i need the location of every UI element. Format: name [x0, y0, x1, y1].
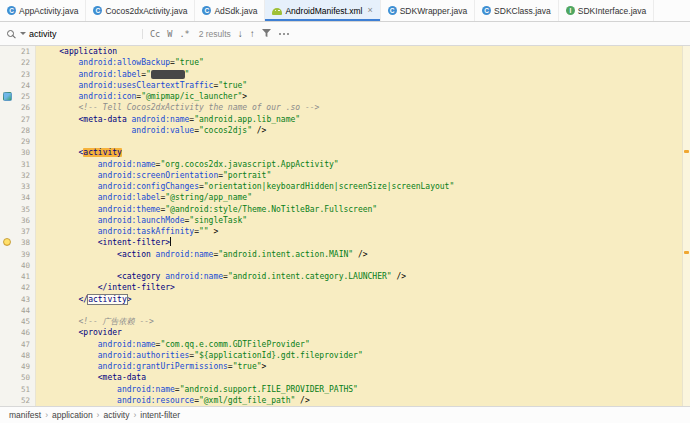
code-line-25[interactable]: 25 android:icon="@mipmap/ic_launcher">: [0, 91, 682, 102]
line-number: 21: [21, 46, 30, 57]
code-line-49[interactable]: 49 android:grantUriPermissions="true">: [0, 361, 682, 372]
tab-sdkinterface-java[interactable]: SDKInterface.java: [559, 0, 655, 21]
code-token: [40, 227, 98, 236]
code-token: />: [392, 272, 406, 281]
tab-sdkclass-java[interactable]: SDKClass.java: [475, 0, 559, 21]
code-line-45[interactable]: 45 <!-- 广告依赖 -->: [0, 316, 682, 327]
error-stripe[interactable]: [682, 46, 690, 406]
gutter: 37: [0, 226, 36, 237]
code-line-48[interactable]: 48 android:authorities="${applicationId}…: [0, 350, 682, 361]
gutter: 30: [0, 147, 36, 158]
code-line-31[interactable]: 31 android:name="org.cocos2dx.javascript…: [0, 159, 682, 170]
code-line-24[interactable]: 24 android:usesCleartextTraffic="true": [0, 80, 682, 91]
code-token: android:name: [156, 250, 214, 259]
code-token: "true": [218, 81, 247, 90]
tab-cocos2dxactivity-java[interactable]: Cocos2dxActivity.java: [86, 0, 195, 21]
breadcrumb: manifest›application›activity›intent-fil…: [0, 406, 690, 423]
gutter: 45: [0, 316, 36, 327]
gutter: 27: [0, 114, 36, 125]
tab-androidmanifest-xml[interactable]: AndroidManifest.xml×: [265, 0, 380, 21]
code-line-29[interactable]: 29: [0, 136, 682, 147]
words-toggle[interactable]: W: [167, 29, 172, 39]
search-input[interactable]: activity: [29, 29, 134, 39]
next-match-button[interactable]: ↓: [238, 29, 243, 39]
code-token: [40, 283, 98, 292]
more-options-icon[interactable]: [278, 33, 290, 35]
code-line-33[interactable]: 33 android:configChanges="orientation|ke…: [0, 181, 682, 192]
code-line-40[interactable]: 40: [0, 260, 682, 271]
code-line-32[interactable]: 32 android:screenOrientation="portrait": [0, 170, 682, 181]
tab-sdkwrapper-java[interactable]: SDKWrapper.java: [381, 0, 475, 21]
code-line-47[interactable]: 47 android:name="com.qq.e.comm.GDTFilePr…: [0, 339, 682, 350]
code-text: [36, 305, 40, 316]
code-text: android:grantUriPermissions="true">: [36, 361, 266, 372]
results-count: 2 results: [199, 29, 231, 39]
breadcrumb-item-application[interactable]: application: [52, 410, 93, 420]
regex-toggle[interactable]: .*: [179, 29, 189, 39]
code-text: android:screenOrientation="portrait": [36, 170, 271, 181]
line-number: 31: [21, 159, 30, 170]
code-line-52[interactable]: 52 android:resource="@xml/gdt_file_path"…: [0, 395, 682, 406]
code-line-51[interactable]: 51 android:name="android.support.FILE_PR…: [0, 384, 682, 395]
code-line-35[interactable]: 35 android:theme="@android:style/Theme.N…: [0, 204, 682, 215]
code-token: android:name: [132, 115, 190, 124]
line-number: 46: [21, 327, 30, 338]
code-line-43[interactable]: 43 </activity>: [0, 294, 682, 305]
text-caret: [170, 237, 171, 246]
breadcrumb-item-intent-filter[interactable]: intent-filter: [140, 410, 180, 420]
code-line-28[interactable]: 28 android:value="cocos2djs" />: [0, 125, 682, 136]
java-interface-icon: [566, 6, 575, 15]
gutter: 21: [0, 46, 36, 57]
code-token: "cocos2djs": [199, 126, 252, 135]
code-line-38[interactable]: 38 <intent-filter>: [0, 237, 682, 248]
code-token: >: [262, 362, 267, 371]
code-line-34[interactable]: 34 android:label="@string/app_name": [0, 192, 682, 203]
match-case-toggle[interactable]: Cc: [150, 29, 160, 39]
code-token: android:usesCleartextTraffic: [79, 81, 214, 90]
code-line-41[interactable]: 41 <category android:name="android.inten…: [0, 271, 682, 282]
tab-appactivity-java[interactable]: AppActivity.java: [0, 0, 86, 21]
code-line-37[interactable]: 37 android:taskAffinity="" >: [0, 226, 682, 237]
breadcrumb-item-activity[interactable]: activity: [103, 410, 129, 420]
prev-match-button[interactable]: ↑: [250, 29, 255, 39]
gutter: 47: [0, 339, 36, 350]
code-token: [40, 148, 79, 157]
code-line-46[interactable]: 46 <provider: [0, 327, 682, 338]
code-token: android:name: [98, 160, 156, 169]
search-result-mark[interactable]: [684, 251, 689, 254]
code-text: [36, 136, 40, 147]
code-token: android:launchMode: [98, 216, 185, 225]
code-line-30[interactable]: 30 <activity: [0, 147, 682, 158]
code-line-27[interactable]: 27 <meta-data android:name="android.app.…: [0, 114, 682, 125]
breadcrumb-item-manifest[interactable]: manifest: [9, 410, 41, 420]
editor[interactable]: 21 <application22 android:allowBackup="t…: [0, 46, 690, 406]
line-number: 36: [21, 215, 30, 226]
tab-label: SDKWrapper.java: [400, 6, 467, 16]
code-line-22[interactable]: 22 android:allowBackup="true": [0, 57, 682, 68]
search-field[interactable]: activity: [7, 29, 143, 39]
tab-adsdk-java[interactable]: AdSdk.java: [195, 0, 265, 21]
search-icon[interactable]: [7, 29, 17, 39]
code-token: [40, 272, 117, 281]
code-line-21[interactable]: 21 <application: [0, 46, 682, 57]
search-history-chevron-icon[interactable]: [20, 32, 26, 35]
bulb-icon[interactable]: [3, 238, 11, 246]
code-line-50[interactable]: 50 <meta-data: [0, 372, 682, 383]
line-number: 40: [21, 260, 30, 271]
search-result-mark[interactable]: [684, 150, 689, 153]
filter-icon[interactable]: [262, 29, 271, 38]
code-line-36[interactable]: 36 android:launchMode="singleTask": [0, 215, 682, 226]
code-line-26[interactable]: 26 <!-- Tell Cocos2dxActivity the name o…: [0, 102, 682, 113]
breadcrumb-separator: ›: [97, 410, 100, 420]
code-line-23[interactable]: 23 android:label=" ": [0, 69, 682, 80]
code-token: "@mipmap/ic_launcher": [141, 92, 242, 101]
line-number: 30: [21, 147, 30, 158]
code-token: [40, 238, 98, 247]
close-tab-icon[interactable]: ×: [367, 6, 372, 15]
code-line-42[interactable]: 42 </intent-filter>: [0, 282, 682, 293]
code-token: "@string/app_name": [165, 193, 252, 202]
code-text: android:value="cocos2djs" />: [36, 125, 266, 136]
code-line-39[interactable]: 39 <action android:name="android.intent.…: [0, 249, 682, 260]
code-token: android:value: [132, 126, 195, 135]
code-line-44[interactable]: 44: [0, 305, 682, 316]
